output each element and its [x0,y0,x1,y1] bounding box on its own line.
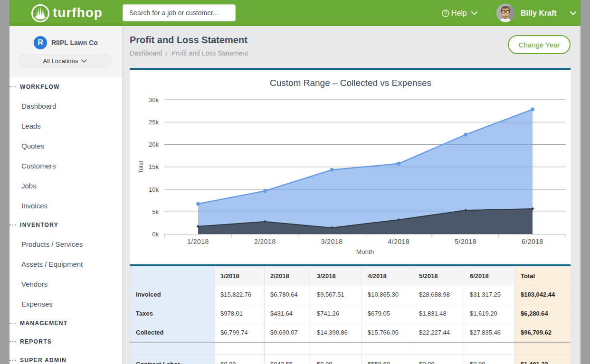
svg-text:6/2018: 6/2018 [522,238,543,245]
svg-text:10k: 10k [149,186,159,193]
svg-text:25k: 25k [149,119,159,126]
svg-text:Custom Range – Collected vs Ex: Custom Range – Collected vs Expenses [270,78,431,88]
svg-text:Total: Total [138,161,144,173]
svg-text:1/2018: 1/2018 [187,238,209,245]
svg-text:4/2018: 4/2018 [388,238,409,245]
svg-text:5k: 5k [152,208,159,215]
svg-text:30k: 30k [149,96,159,103]
svg-text:0k: 0k [152,231,159,238]
svg-text:20k: 20k [149,141,159,148]
svg-text:Month: Month [356,248,374,255]
svg-text:3/2018: 3/2018 [321,238,343,245]
svg-text:5/2018: 5/2018 [455,238,476,245]
svg-text:?: ? [444,10,447,16]
svg-text:2/2018: 2/2018 [254,238,276,245]
svg-text:15k: 15k [149,163,159,170]
